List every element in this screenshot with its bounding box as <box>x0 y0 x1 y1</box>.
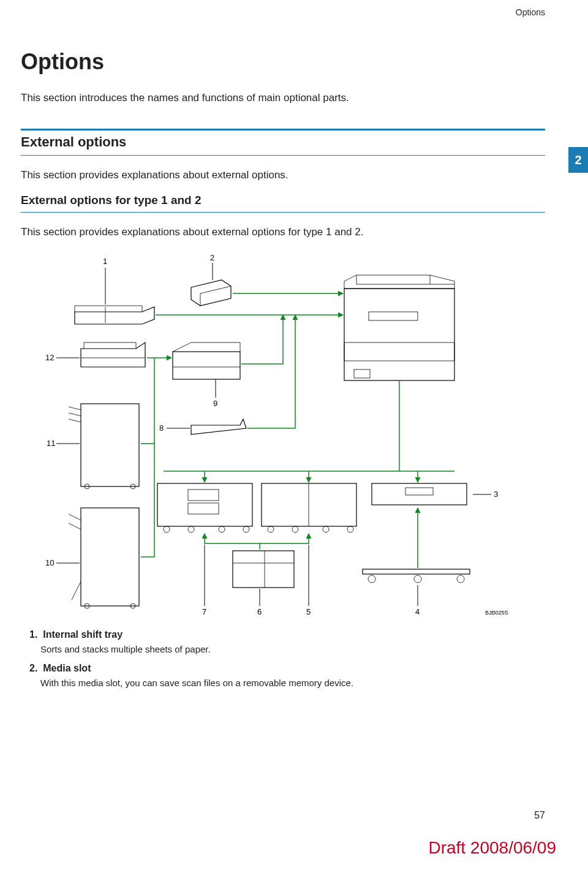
svg-rect-0 <box>344 289 454 380</box>
callout-8: 8 <box>159 423 164 433</box>
item-2-term: 2. Media slot <box>29 663 545 674</box>
svg-rect-18 <box>81 508 139 606</box>
page: Options 2 Options This section introduce… <box>0 0 588 870</box>
running-title: Options <box>516 7 545 17</box>
svg-rect-22 <box>157 483 252 526</box>
svg-point-39 <box>368 575 375 583</box>
page-number: 57 <box>534 810 545 821</box>
intro-text: This section introduces the names and fu… <box>21 92 545 104</box>
section-rule-bottom <box>21 155 545 156</box>
subsection-body: This section provides explanations about… <box>21 226 545 238</box>
figure: 1 2 9 <box>21 251 545 618</box>
chapter-tab: 2 <box>568 147 588 173</box>
item-1-desc: Sorts and stacks multiple sheets of pape… <box>40 644 545 654</box>
svg-point-26 <box>188 526 194 532</box>
svg-rect-29 <box>262 483 356 526</box>
svg-point-40 <box>414 575 421 583</box>
svg-point-28 <box>243 526 249 532</box>
finisher-a-icon <box>69 404 139 489</box>
figure-tag: BJB025S <box>485 610 508 616</box>
page-title: Options <box>21 49 545 75</box>
svg-point-25 <box>164 526 170 532</box>
callout-1: 1 <box>103 257 107 266</box>
bridge-unit-icon <box>173 342 240 379</box>
subsection-heading: External options for type 1 and 2 <box>21 194 545 207</box>
callout-6: 6 <box>257 607 262 616</box>
finisher-b-icon <box>69 508 139 608</box>
callout-4: 4 <box>415 607 420 616</box>
item-1-term: 1. Internal shift tray <box>29 629 545 640</box>
svg-point-34 <box>347 526 353 532</box>
svg-point-32 <box>292 526 298 532</box>
media-slot-icon <box>191 280 231 306</box>
svg-point-33 <box>323 526 329 532</box>
svg-rect-35 <box>372 483 467 505</box>
callout-2: 2 <box>210 253 214 262</box>
svg-rect-14 <box>81 404 139 486</box>
svg-point-31 <box>268 526 274 532</box>
cabinet-icon <box>372 483 467 505</box>
callout-9: 9 <box>213 399 217 408</box>
draft-stamp: Draft 2008/06/09 <box>428 838 556 858</box>
diagram-svg: 1 2 9 <box>38 251 528 618</box>
callout-7: 7 <box>202 607 206 616</box>
callout-11: 11 <box>47 439 55 448</box>
caster-table-icon <box>363 569 470 583</box>
callout-5: 5 <box>306 607 311 616</box>
section-rule-top <box>21 129 545 130</box>
copy-tray-icon <box>191 419 246 434</box>
callout-12: 12 <box>45 353 54 362</box>
svg-rect-9 <box>173 352 240 379</box>
content-area: Options This section introduces the name… <box>18 49 551 688</box>
svg-point-41 <box>457 575 464 583</box>
item-2-desc: With this media slot, you can save scan … <box>40 678 545 688</box>
svg-rect-43 <box>233 551 294 588</box>
svg-point-27 <box>219 526 225 532</box>
svg-rect-38 <box>363 569 470 574</box>
lct-icon <box>233 551 294 588</box>
section-body: This section provides explanations about… <box>21 169 545 181</box>
description-list: 1. Internal shift tray Sorts and stacks … <box>21 629 545 688</box>
subsection-rule <box>21 212 545 213</box>
mfp-body-icon <box>344 275 454 380</box>
paper-tray-b-icon <box>262 483 356 532</box>
output-tray-icon <box>81 342 145 367</box>
callout-10: 10 <box>45 558 54 567</box>
shift-tray-icon <box>75 306 154 324</box>
section-heading: External options <box>21 134 545 150</box>
paper-tray-a-icon <box>157 483 252 532</box>
callout-3: 3 <box>494 490 498 499</box>
